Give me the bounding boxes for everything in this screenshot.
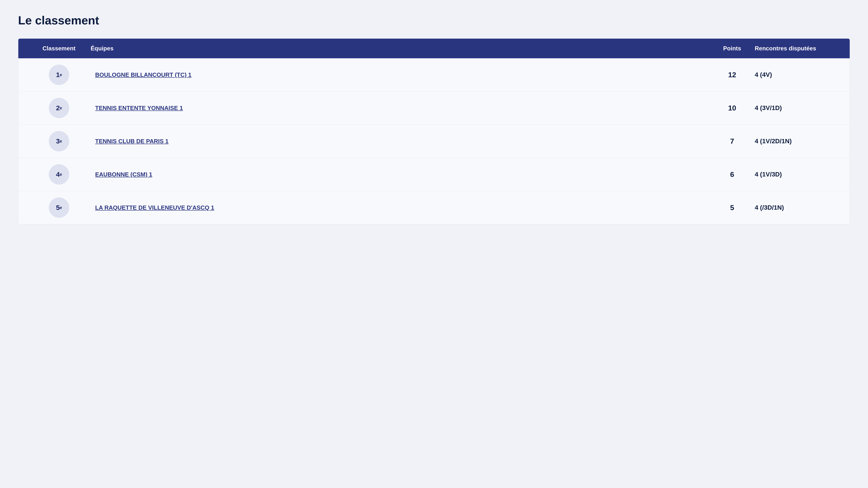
page-title: Le classement [18, 13, 850, 27]
rank-badge: 3e [49, 131, 69, 151]
rank-suffix: e [60, 106, 62, 110]
points-value: 7 [710, 137, 755, 145]
team-name[interactable]: BOULOGNE BILLANCOURT (TC) 1 [91, 71, 710, 78]
rank-suffix: e [60, 205, 62, 210]
rank-badge: 5e [49, 197, 69, 218]
rank-badge: 1e [49, 65, 69, 85]
team-name[interactable]: TENNIS ENTENTE YONNAISE 1 [91, 105, 710, 111]
team-name[interactable]: EAUBONNE (CSM) 1 [91, 171, 710, 178]
header-rencontres: Rencontres disputées [755, 45, 841, 52]
standings-table: Classement Équipes Points Rencontres dis… [18, 38, 850, 224]
table-row: 2e TENNIS ENTENTE YONNAISE 1 10 4 (3V/1D… [18, 92, 850, 125]
points-value: 10 [710, 104, 755, 112]
rank-cell: 1e [27, 65, 91, 85]
rank-number: 1 [56, 71, 60, 78]
rank-badge: 4e [49, 164, 69, 185]
table-body: 1e BOULOGNE BILLANCOURT (TC) 1 12 4 (4V)… [18, 58, 850, 224]
points-value: 5 [710, 203, 755, 212]
rank-number: 2 [56, 104, 60, 112]
points-value: 6 [710, 170, 755, 179]
team-name[interactable]: TENNIS CLUB DE PARIS 1 [91, 138, 710, 145]
points-value: 12 [710, 71, 755, 79]
rencontres-value: 4 (1V/2D/1N) [755, 138, 841, 145]
table-header: Classement Équipes Points Rencontres dis… [18, 39, 850, 58]
table-row: 4e EAUBONNE (CSM) 1 6 4 (1V/3D) [18, 158, 850, 191]
rencontres-value: 4 (/3D/1N) [755, 204, 841, 211]
rank-cell: 5e [27, 197, 91, 218]
table-row: 1e BOULOGNE BILLANCOURT (TC) 1 12 4 (4V) [18, 58, 850, 92]
rank-suffix: e [60, 72, 62, 77]
rencontres-value: 4 (3V/1D) [755, 104, 841, 111]
header-points: Points [710, 45, 755, 52]
rank-suffix: e [60, 139, 62, 144]
rank-cell: 4e [27, 164, 91, 185]
team-name[interactable]: LA RAQUETTE DE VILLENEUVE D'ASCQ 1 [91, 204, 710, 211]
table-row: 5e LA RAQUETTE DE VILLENEUVE D'ASCQ 1 5 … [18, 191, 850, 224]
header-classement: Classement [27, 45, 91, 52]
rank-cell: 3e [27, 131, 91, 151]
rank-number: 4 [56, 170, 60, 178]
rank-badge: 2e [49, 98, 69, 118]
rencontres-value: 4 (1V/3D) [755, 171, 841, 178]
header-equipes: Équipes [91, 45, 710, 52]
table-row: 3e TENNIS CLUB DE PARIS 1 7 4 (1V/2D/1N) [18, 125, 850, 158]
rank-suffix: e [60, 172, 62, 177]
rank-number: 5 [56, 204, 60, 212]
rank-cell: 2e [27, 98, 91, 118]
rank-number: 3 [56, 137, 60, 145]
rencontres-value: 4 (4V) [755, 71, 841, 78]
